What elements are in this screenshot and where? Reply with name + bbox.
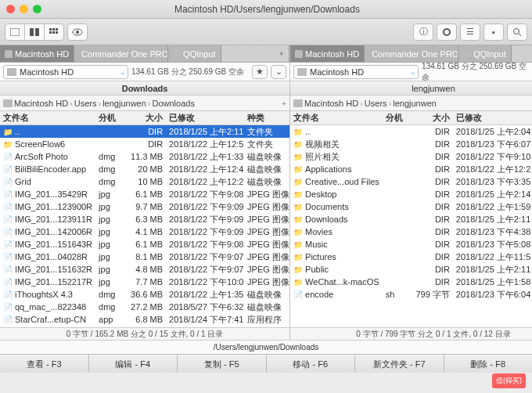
file-name: 视频相关	[305, 139, 340, 150]
tab[interactable]: Commander One PRO Pack 1.7.4 b...	[74, 45, 168, 62]
drive-icon	[295, 50, 303, 58]
volume-selector[interactable]: Macintosh HD⌵	[3, 65, 128, 79]
crumb[interactable]: Users	[74, 99, 97, 108]
table-row[interactable]: 📄IMG_201...152217Rjpg7.7 MB2018/1/22 下午1…	[0, 276, 289, 288]
tab[interactable]: QQInput	[458, 45, 512, 62]
file-date: 2018/1/22 下午9:10	[453, 150, 531, 163]
star-button[interactable]: ★	[252, 65, 268, 79]
view-full-button[interactable]	[24, 23, 45, 41]
info-button[interactable]: ⓘ	[413, 23, 433, 41]
file-date: 2018/1/22 下午9:09	[166, 213, 244, 225]
file-size: DIR	[411, 175, 453, 188]
tab[interactable]: Macintosh HD	[290, 45, 365, 62]
table-row[interactable]: 📁PublicDIR2018/1/25 上午2:11文件夹	[290, 263, 532, 276]
tab[interactable]: QQInput	[168, 45, 221, 62]
table-row[interactable]: 📄IMG_201...151643Rjpg6.1 MB2018/1/22 下午9…	[0, 238, 289, 251]
table-row[interactable]: 📁DownloadsDIR2018/1/25 上午2:11文件夹	[290, 213, 532, 225]
table-row[interactable]: 📄IMG_201...04028Rjpg8.1 MB2018/1/22 下午9:…	[0, 251, 289, 263]
file-icon: 📄	[293, 290, 303, 299]
table-row[interactable]: 📁DocumentsDIR2018/1/22 上午1:59文件夹	[290, 200, 532, 213]
crumb[interactable]: Macintosh HD	[14, 99, 68, 108]
table-row[interactable]: 📄ArcSoft Photodmg11.3 MB2018/1/22 上午1:33…	[0, 150, 289, 163]
terminal-button[interactable]: ▪	[483, 23, 504, 41]
col-name[interactable]: 文件名	[290, 111, 383, 124]
table-row[interactable]: 📄StarCraf...etup-CNapp6.8 MB2018/1/24 下午…	[0, 313, 289, 326]
table-row[interactable]: 📁..DIR2018/1/25 上午2:04文件夹	[290, 125, 532, 138]
table-row[interactable]: 📁DesktopDIR2018/1/25 上午2:14文件夹	[290, 188, 532, 200]
file-size: 4.8 MB	[124, 263, 166, 276]
add-button[interactable]: +	[282, 99, 286, 108]
col-size[interactable]: 大小	[411, 111, 453, 124]
folder-icon: 📁	[293, 127, 303, 136]
table-row[interactable]: 📄IMG_201...151632Rjpg4.8 MB2018/1/22 下午9…	[0, 263, 289, 276]
add-tab-button[interactable]: +	[274, 45, 289, 62]
crumb[interactable]: Users	[365, 99, 387, 108]
fkey-button[interactable]: 新文件夹 - F7	[355, 355, 444, 373]
folder-icon: 📁	[293, 152, 303, 161]
table-row[interactable]: 📁视频相关DIR2018/1/23 下午6:07文件夹	[290, 138, 532, 150]
search-button[interactable]	[507, 23, 527, 41]
table-row[interactable]: 📄IMG_201...142006Rjpg4.1 MB2018/1/22 下午9…	[0, 225, 289, 238]
table-row[interactable]: 📄Griddmg10 MB2018/1/22 上午12:28磁盘映像	[0, 175, 289, 188]
table-row[interactable]: 📁MusicDIR2018/1/23 下午5:08文件夹	[290, 238, 532, 251]
col-ext[interactable]: 分机	[383, 111, 411, 124]
file-kind: JPEG 图像	[244, 263, 289, 276]
settings-button[interactable]	[437, 23, 457, 41]
fkey-button[interactable]: 复制 - F5	[178, 355, 267, 373]
table-row[interactable]: 📁PicturesDIR2018/1/22 上午11:55文件夹	[290, 251, 532, 263]
zoom-icon[interactable]	[33, 5, 41, 13]
table-row[interactable]: 📄encodesh799 字节2018/1/23 下午6:04shell 脚本	[290, 288, 532, 301]
table-row[interactable]: 📁照片相关DIR2018/1/22 下午9:10文件夹	[290, 150, 532, 163]
tab[interactable]: Commander One PRO Pack 1.7.4 b...	[365, 45, 458, 62]
file-size: DIR	[411, 251, 453, 263]
fkey-button[interactable]: 查看 - F3	[0, 355, 89, 373]
hidden-files-button[interactable]	[67, 23, 88, 41]
file-size: 9.7 MB	[124, 200, 166, 213]
col-date[interactable]: 已修改	[166, 111, 244, 124]
crumb[interactable]: lengjunwen	[393, 99, 437, 108]
table-row[interactable]: 📁ScreenFlow6DIR2018/1/22 上午12:53文件夹	[0, 138, 289, 150]
col-ext[interactable]: 分机	[95, 111, 124, 124]
file-date: 2018/1/22 上午11:55	[453, 251, 531, 263]
svg-rect-1	[30, 28, 34, 36]
table-row[interactable]: 📁WeChat...k-macOSDIR2018/1/25 上午1:58文件夹	[290, 276, 532, 288]
col-kind[interactable]: 种类	[244, 111, 289, 124]
table-row[interactable]: 📁MoviesDIR2018/1/23 下午4:38文件夹	[290, 225, 532, 238]
fkey-button[interactable]: 移动 - F6	[267, 355, 356, 373]
file-size: DIR	[411, 125, 453, 138]
table-row[interactable]: 📄qq_mac_...822348dmg27.2 MB2018/5/27 下午6…	[0, 301, 289, 313]
crumb[interactable]: Downloads	[152, 99, 194, 108]
view-thumb-button[interactable]	[44, 23, 64, 41]
minimize-icon[interactable]	[20, 5, 28, 13]
history-button[interactable]: ⌄	[271, 65, 286, 79]
file-icon: 📄	[3, 177, 13, 186]
right-file-list[interactable]: 📁..DIR2018/1/25 上午2:04文件夹📁视频相关DIR2018/1/…	[290, 125, 532, 327]
table-row[interactable]: 📄IMG_201...123911Rjpg6.3 MB2018/1/22 下午9…	[0, 213, 289, 225]
table-row[interactable]: 📄BiliBiliEncoder.appdmg20 MB2018/1/22 上午…	[0, 163, 289, 175]
left-breadcrumb: Macintosh HD›Users›lengjunwen›Downloads+	[0, 96, 289, 111]
tab[interactable]: Macintosh HD	[0, 45, 74, 62]
col-date[interactable]: 已修改	[453, 111, 531, 124]
fkey-button[interactable]: 编辑 - F4	[89, 355, 178, 373]
table-row[interactable]: 📄IMG_201...123900Rjpg9.7 MB2018/1/22 下午9…	[0, 200, 289, 213]
file-date: 2018/1/25 上午2:11	[453, 213, 531, 225]
fkey-button[interactable]: 删除 - F8	[444, 355, 533, 373]
table-row[interactable]: 📁Creative...oud FilesDIR2018/1/23 下午3:35…	[290, 175, 532, 188]
queue-button[interactable]: ☰	[460, 23, 480, 41]
table-row[interactable]: 📁..DIR2018/1/25 上午2:11文件夹	[0, 125, 289, 138]
close-icon[interactable]	[6, 5, 15, 13]
crumb[interactable]: Macintosh HD	[304, 99, 358, 108]
view-brief-button[interactable]	[5, 23, 25, 41]
file-size: 6.1 MB	[124, 188, 166, 200]
table-row[interactable]: 📄IMG_201...35429Rjpg6.1 MB2018/1/22 下午9:…	[0, 188, 289, 200]
table-row[interactable]: 📁ApplicationsDIR2018/1/22 上午12:25文件夹	[290, 163, 532, 175]
col-name[interactable]: 文件名	[0, 111, 95, 124]
volume-selector[interactable]: Macintosh HD⌵	[293, 65, 419, 79]
file-icon: 📄	[3, 215, 13, 224]
table-row[interactable]: 📄iThoughtsX 4.3dmg36.6 MB2018/1/22 上午1:3…	[0, 288, 289, 301]
crumb[interactable]: lengjunwen	[102, 99, 146, 108]
volume-name: Macintosh HD	[20, 67, 74, 77]
col-size[interactable]: 大小	[124, 111, 166, 124]
left-file-list[interactable]: 📁..DIR2018/1/25 上午2:11文件夹📁ScreenFlow6DIR…	[0, 125, 289, 327]
drive-icon	[293, 99, 303, 107]
